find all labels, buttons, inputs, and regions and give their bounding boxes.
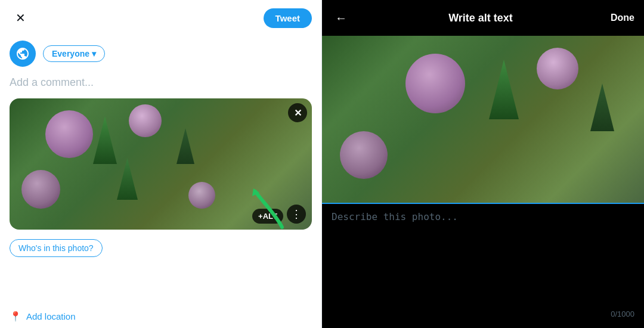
done-button[interactable]: Done — [611, 13, 634, 23]
plant-decoration — [117, 158, 138, 200]
succulent-decoration — [188, 182, 215, 209]
succulent-decoration — [340, 131, 388, 179]
alt-text-section: 0/1000 — [322, 203, 644, 328]
location-icon: 📍 — [10, 311, 21, 322]
audience-button[interactable]: Everyone ▾ — [43, 45, 105, 62]
add-location-label: Add location — [26, 311, 76, 321]
remove-image-button[interactable]: ✕ — [288, 103, 307, 122]
preview-image — [322, 36, 644, 203]
audience-label: Everyone — [52, 49, 89, 58]
alt-text-input-wrapper — [332, 211, 634, 307]
close-button[interactable]: ✕ — [10, 7, 31, 29]
right-header: ← Write alt text Done — [322, 0, 644, 36]
character-count: 0/1000 — [332, 307, 634, 321]
avatar-icon — [16, 47, 30, 61]
add-location-button[interactable]: 📍 Add location — [0, 305, 321, 328]
avatar — [10, 41, 36, 67]
plant-decoration — [489, 60, 519, 119]
alt-text-input[interactable] — [332, 211, 634, 247]
plant-decoration — [590, 83, 614, 131]
comment-placeholder[interactable]: Add a comment... — [0, 72, 321, 94]
more-options-button[interactable]: ⋮ — [287, 205, 306, 224]
back-button[interactable]: ← — [332, 8, 351, 27]
tweet-button[interactable]: Tweet — [264, 8, 312, 28]
left-panel: ✕ Tweet Everyone ▾ Add a comment... ✕ +A… — [0, 0, 322, 328]
succulent-decoration — [45, 110, 93, 158]
add-alt-text-button[interactable]: +ALT — [252, 209, 283, 224]
right-panel: ← Write alt text Done 0/1000 — [322, 0, 644, 328]
succulent-decoration — [129, 104, 162, 137]
tweet-image-container: ✕ +ALT ⋮ — [10, 98, 312, 230]
chevron-down-icon: ▾ — [92, 49, 96, 58]
succulent-decoration — [21, 170, 60, 209]
succulent-decoration — [537, 48, 578, 89]
plant-decoration — [93, 116, 117, 164]
panel-title: Write alt text — [448, 12, 513, 24]
succulent-decoration — [405, 54, 465, 113]
left-header: ✕ Tweet — [0, 0, 321, 36]
user-row: Everyone ▾ — [0, 36, 321, 72]
plant-decoration — [177, 128, 194, 164]
who-is-in-photo-button[interactable]: Who's in this photo? — [10, 239, 103, 257]
